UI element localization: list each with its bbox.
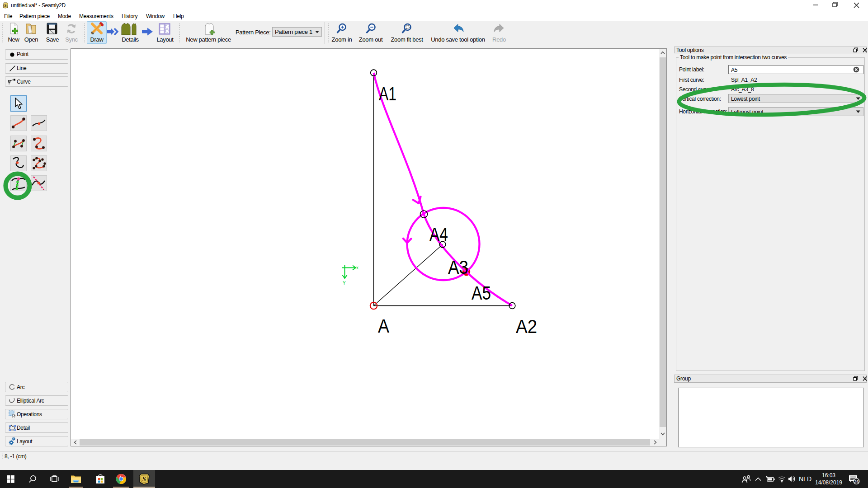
svg-text:A5: A5 [472,282,491,304]
svg-text:S: S [4,3,6,8]
svg-text:Y: Y [343,281,346,286]
svg-text:A2: A2 [516,315,537,337]
svg-text:A: A [378,315,389,337]
svg-text:S: S [142,476,146,483]
svg-text:26: 26 [854,479,859,484]
svg-text:x: x [356,265,359,270]
svg-text:A4: A4 [429,223,448,245]
svg-text:A1: A1 [379,83,396,104]
svg-text:A3: A3 [448,256,468,277]
